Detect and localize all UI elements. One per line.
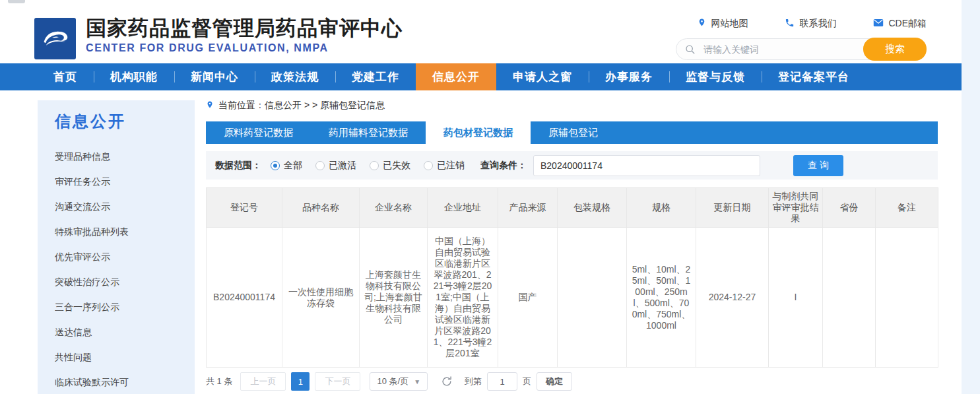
- sidebar-item-delivery-info[interactable]: 送达信息: [55, 319, 195, 345]
- scope-label: 数据范围：: [215, 160, 261, 172]
- sidebar-list: 受理品种信息 审评任务公示 沟通交流公示 特殊审批品种列表 优先审评公示 突破性…: [55, 144, 195, 394]
- site-search-input[interactable]: [696, 44, 863, 55]
- tab-excipient-data[interactable]: 药用辅料登记数据: [311, 121, 426, 144]
- page-number-1[interactable]: 1: [291, 372, 310, 391]
- sitemap-label: 网站地图: [711, 18, 748, 30]
- cde-website-page: 国家药品监督管理局药品审评中心 CENTER FOR DRUG EVALUATI…: [0, 0, 980, 394]
- page-size-value: 10 条/页: [377, 376, 408, 387]
- cell-company-address: 中国（上海）自由贸易试验区临港新片区翠波路201、221号3幢2层201室;中国…: [428, 228, 498, 368]
- breadcrumb-text: 当前位置：信息公开 > > 原辅包登记信息: [218, 100, 385, 112]
- nav-item-party[interactable]: 党建工作: [335, 63, 416, 90]
- phone-icon: [785, 18, 795, 30]
- breadcrumb: 当前位置：信息公开 > > 原辅包登记信息: [206, 99, 938, 112]
- cde-mail-label: CDE邮箱: [888, 18, 927, 30]
- cell-update-date: 2024-12-27: [696, 228, 769, 368]
- sidebar-item-accepted-varieties[interactable]: 受理品种信息: [55, 144, 195, 169]
- location-pin-icon: [698, 17, 706, 30]
- cell-province: [823, 228, 876, 368]
- pagination-total: 共 1 条: [206, 376, 232, 387]
- registration-table: 登记号 品种名称 企业名称 企业地址 产品来源 包装规格 规格 更新日期 与制剂…: [206, 187, 938, 368]
- chevron-down-icon: ▼: [414, 378, 420, 385]
- site-header: 国家药品监督管理局药品审评中心 CENTER FOR DRUG EVALUATI…: [0, 5, 962, 63]
- brand-block: 国家药品监督管理局药品审评中心 CENTER FOR DRUG EVALUATI…: [86, 16, 403, 54]
- site-title: 国家药品监督管理局药品审评中心: [86, 16, 403, 41]
- nav-item-applicant[interactable]: 申请人之窗: [496, 63, 589, 90]
- cell-company-name: 上海套颜甘生物科技有限公司;上海套颜甘生物科技有限公司: [360, 228, 428, 368]
- goto-label: 到第: [465, 376, 482, 387]
- radio-expired-dot: [370, 161, 379, 170]
- sitemap-link[interactable]: 网站地图: [698, 17, 748, 30]
- radio-expired-label: 已失效: [383, 160, 410, 172]
- sidebar-item-three-in-one[interactable]: 三合一序列公示: [55, 294, 195, 319]
- sidebar-item-clinical-trial-license[interactable]: 临床试验默示许可: [55, 370, 195, 394]
- col-variety-name: 品种名称: [282, 188, 360, 228]
- nav-item-home[interactable]: 首页: [37, 63, 94, 90]
- radio-activated-label: 已激活: [329, 160, 356, 172]
- swan-logo-icon: [39, 21, 72, 57]
- refresh-icon[interactable]: [441, 376, 453, 387]
- col-product-source: 产品来源: [498, 188, 558, 228]
- nav-item-registration-platform[interactable]: 登记备案平台: [762, 63, 866, 90]
- cell-variety-name: 一次性使用细胞冻存袋: [282, 228, 360, 368]
- nav-item-news[interactable]: 新闻中心: [174, 63, 255, 90]
- page-size-select[interactable]: 10 条/页 ▼: [370, 372, 428, 391]
- sidebar-item-priority-review[interactable]: 优先审评公示: [55, 244, 195, 269]
- sidebar-item-breakthrough-therapy[interactable]: 突破性治疗公示: [55, 269, 195, 294]
- radio-cancelled[interactable]: 已注销: [424, 160, 465, 172]
- cde-logo: [34, 18, 76, 59]
- radio-expired[interactable]: 已失效: [370, 160, 410, 172]
- main-nav: 首页 机构职能 新闻中心 政策法规 党建工作 信息公开 申请人之窗 办事服务 监…: [0, 63, 962, 90]
- scope-radio-group: 全部 已激活 已失效 已注销: [271, 160, 465, 172]
- data-tabs: 原料药登记数据 药用辅料登记数据 药包材登记数据 原辅包登记: [206, 121, 938, 144]
- table-header-row: 登记号 品种名称 企业名称 企业地址 产品来源 包装规格 规格 更新日期 与制剂…: [207, 188, 938, 228]
- radio-all[interactable]: 全部: [271, 160, 302, 172]
- radio-all-dot: [271, 161, 280, 170]
- radio-activated-dot: [315, 161, 325, 170]
- col-province: 省份: [823, 188, 876, 228]
- sidebar-title: 信息公开: [55, 111, 195, 132]
- pagination: 共 1 条 上一页 1 下一页 10 条/页 ▼ 到第 页 确定: [206, 372, 938, 391]
- cell-spec: 5ml、10ml、25ml、50ml、100ml、250ml、500ml、700…: [627, 228, 696, 368]
- contact-link[interactable]: 联系我们: [785, 18, 836, 30]
- col-spec: 规格: [627, 188, 696, 228]
- goto-unit: 页: [523, 376, 531, 387]
- quick-links: 网站地图 联系我们 CDE邮箱: [698, 17, 927, 30]
- search-icon: [685, 44, 696, 55]
- sidebar-item-review-tasks[interactable]: 审评任务公示: [55, 169, 195, 194]
- query-input[interactable]: [533, 155, 760, 176]
- radio-all-label: 全部: [284, 160, 302, 172]
- query-label: 查询条件：: [480, 160, 527, 172]
- nav-item-info-disclosure[interactable]: 信息公开: [416, 63, 496, 90]
- radio-activated[interactable]: 已激活: [315, 160, 356, 172]
- tab-apief-registration[interactable]: 原辅包登记: [531, 121, 616, 144]
- next-page-button[interactable]: 下一页: [315, 372, 360, 391]
- site-subtitle: CENTER FOR DRUG EVALUATION, NMPA: [86, 42, 403, 54]
- sidebar-item-common-issues[interactable]: 共性问题: [55, 345, 195, 370]
- prev-page-button[interactable]: 上一页: [240, 372, 286, 391]
- cell-product-source: 国产: [498, 228, 558, 368]
- cde-mail-link[interactable]: CDE邮箱: [873, 18, 927, 30]
- cell-joint-review-result: I: [769, 228, 823, 368]
- col-packaging-spec: 包装规格: [558, 188, 627, 228]
- nav-item-services[interactable]: 办事服务: [589, 63, 669, 90]
- site-search-button[interactable]: 搜索: [863, 38, 927, 61]
- nav-item-org[interactable]: 机构职能: [94, 63, 174, 90]
- radio-cancelled-dot: [424, 161, 433, 170]
- mail-icon: [873, 18, 884, 29]
- col-joint-review-result: 与制剂共同审评审批结果: [769, 188, 823, 228]
- query-button[interactable]: 查询: [793, 155, 843, 176]
- sidebar-item-communication[interactable]: 沟通交流公示: [55, 194, 195, 219]
- tab-packaging-data[interactable]: 药包材登记数据: [426, 121, 531, 144]
- nav-item-policy[interactable]: 政策法规: [255, 63, 335, 90]
- tab-api-data[interactable]: 原料药登记数据: [206, 121, 311, 144]
- page-background-strip: [962, 0, 980, 394]
- browser-tab-fragment: [8, 0, 25, 3]
- goto-page-input[interactable]: [487, 372, 517, 391]
- col-registration-no: 登记号: [207, 188, 282, 228]
- contact-label: 联系我们: [799, 18, 836, 30]
- goto-confirm-button[interactable]: 确定: [537, 372, 572, 391]
- cell-remarks: [876, 228, 938, 368]
- sidebar-item-special-approval[interactable]: 特殊审批品种列表: [55, 219, 195, 244]
- nav-item-supervision[interactable]: 监督与反馈: [669, 63, 762, 90]
- main-content: 当前位置：信息公开 > > 原辅包登记信息 原料药登记数据 药用辅料登记数据 药…: [206, 99, 938, 394]
